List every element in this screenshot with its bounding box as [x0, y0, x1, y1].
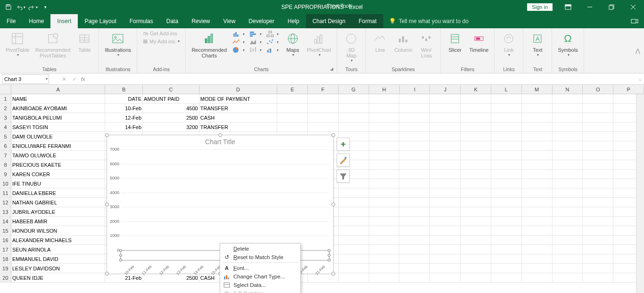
cell[interactable] — [430, 122, 461, 132]
cell[interactable] — [553, 198, 583, 207]
column-chart-icon[interactable]: ▾ — [231, 30, 247, 38]
cell[interactable]: CASH — [199, 113, 278, 122]
cell[interactable] — [522, 217, 553, 226]
cell[interactable] — [522, 94, 553, 104]
cell[interactable] — [399, 104, 430, 113]
cell[interactable] — [399, 160, 430, 170]
cell[interactable] — [339, 188, 369, 198]
cell[interactable] — [369, 188, 400, 198]
cell[interactable] — [399, 207, 430, 217]
row-header[interactable]: 13 — [0, 207, 11, 217]
cell[interactable] — [430, 170, 461, 179]
cell[interactable] — [583, 226, 613, 236]
cell[interactable] — [461, 151, 491, 160]
cell[interactable] — [553, 122, 583, 132]
cell[interactable] — [553, 151, 583, 160]
column-header[interactable]: A — [11, 85, 105, 94]
cell[interactable] — [430, 151, 461, 160]
cell[interactable] — [339, 273, 369, 283]
cell[interactable] — [430, 160, 461, 170]
column-header[interactable]: P — [613, 85, 644, 94]
tab-insert[interactable]: Insert — [50, 14, 78, 28]
cell[interactable] — [522, 264, 553, 273]
name-box[interactable]: Chart 3▾ — [2, 74, 49, 84]
column-header[interactable]: G — [339, 85, 369, 94]
cell[interactable] — [399, 236, 430, 245]
cell[interactable] — [522, 141, 553, 151]
cell[interactable] — [369, 104, 400, 113]
maps-button[interactable]: Maps▾ — [282, 30, 303, 58]
table-button[interactable]: Table — [74, 30, 95, 54]
cell[interactable] — [399, 198, 430, 207]
cell[interactable] — [339, 94, 369, 104]
cell[interactable] — [522, 151, 553, 160]
cell[interactable] — [522, 207, 553, 217]
cell[interactable] — [553, 236, 583, 245]
cell[interactable]: TANIGBOLA PELUMI — [11, 113, 105, 122]
ribbon-display-options-icon[interactable] — [557, 0, 579, 14]
select-all-corner[interactable] — [0, 85, 11, 94]
signin-button[interactable]: Sign in — [527, 3, 553, 11]
cell[interactable] — [583, 160, 613, 170]
restore-icon[interactable] — [601, 0, 622, 14]
redo-icon[interactable]: ▾ — [27, 1, 39, 13]
column-header[interactable]: H — [369, 85, 400, 94]
ctx-change-chart-type[interactable]: Change Chart Type... — [220, 272, 300, 281]
cell[interactable] — [522, 236, 553, 245]
cell[interactable] — [491, 207, 522, 217]
collapse-ribbon-icon[interactable]: ⋀ — [636, 48, 640, 54]
cell[interactable] — [491, 226, 522, 236]
cell[interactable] — [553, 132, 583, 141]
cell[interactable] — [369, 207, 400, 217]
cell[interactable] — [461, 179, 491, 188]
ctx-font[interactable]: AFont... — [220, 264, 300, 272]
cell[interactable] — [399, 226, 430, 236]
cell[interactable] — [491, 104, 522, 113]
cell[interactable] — [339, 254, 369, 264]
column-header[interactable]: F — [308, 85, 339, 94]
cell[interactable] — [461, 254, 491, 264]
cell[interactable] — [553, 170, 583, 179]
cell[interactable] — [583, 273, 613, 283]
cell[interactable] — [522, 254, 553, 264]
cell[interactable] — [399, 141, 430, 151]
cell[interactable] — [399, 254, 430, 264]
cell[interactable] — [491, 132, 522, 141]
row-header[interactable]: 20 — [0, 273, 11, 283]
text-button[interactable]: AText▾ — [527, 30, 548, 58]
resize-handle[interactable] — [105, 133, 109, 137]
cell[interactable] — [399, 151, 430, 160]
row-header[interactable]: 12 — [0, 198, 11, 207]
cell[interactable] — [430, 113, 461, 122]
cell[interactable] — [461, 198, 491, 207]
cell[interactable] — [461, 188, 491, 198]
cell[interactable] — [461, 236, 491, 245]
cell[interactable] — [430, 188, 461, 198]
cell[interactable] — [491, 254, 522, 264]
tab-data[interactable]: Data — [160, 14, 185, 28]
cell[interactable] — [399, 179, 430, 188]
column-header[interactable]: C — [143, 85, 199, 94]
charts-dialog-launcher-icon[interactable]: ◢ — [330, 66, 336, 72]
cell[interactable] — [430, 94, 461, 104]
cell[interactable] — [461, 94, 491, 104]
cell[interactable] — [583, 245, 613, 254]
cell[interactable]: AKINBOADE AYOBAMI — [11, 104, 105, 113]
pie-chart-icon[interactable]: ▾ — [231, 46, 247, 54]
cell[interactable] — [430, 245, 461, 254]
area-chart-icon[interactable]: ▾ — [248, 38, 264, 46]
cell[interactable] — [430, 207, 461, 217]
pivotchart-button[interactable]: PivotChart▾ — [305, 30, 333, 58]
cell[interactable] — [553, 113, 583, 122]
cell[interactable] — [553, 217, 583, 226]
resize-handle[interactable] — [331, 272, 335, 276]
row-header[interactable]: 3 — [0, 113, 11, 122]
cell[interactable] — [369, 254, 400, 264]
cell[interactable] — [430, 132, 461, 141]
resize-handle[interactable] — [331, 203, 335, 206]
cell[interactable] — [522, 122, 553, 132]
cell[interactable] — [277, 94, 308, 104]
cell[interactable] — [491, 245, 522, 254]
cell[interactable]: QUEEN IDJE — [11, 273, 105, 283]
tell-me-search[interactable]: 💡 Tell me what you want to do — [383, 14, 474, 28]
